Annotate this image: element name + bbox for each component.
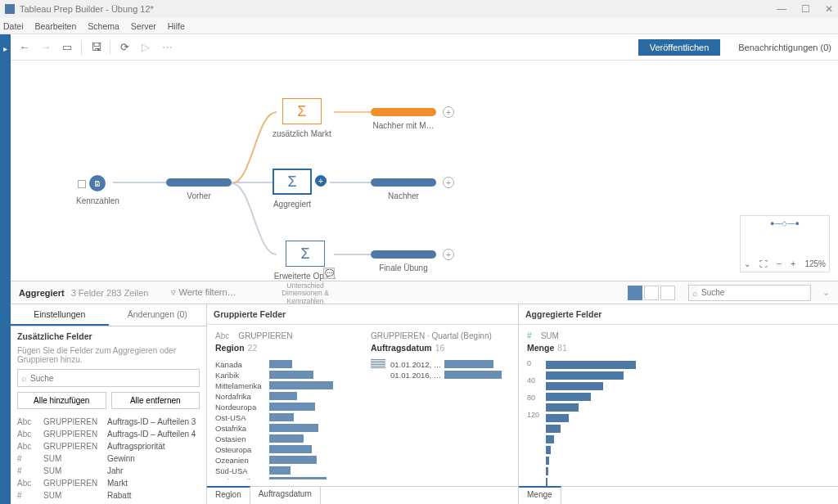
left-ribbon[interactable]: ▸ xyxy=(0,34,11,504)
card-auftragsdatum[interactable]: GRUPPIEREN · Quartal (Beginn) Auftragsda… xyxy=(371,331,510,479)
menu-file[interactable]: Datei xyxy=(3,21,24,31)
node-zusatz-markt[interactable]: Σ zusätzlich Markt xyxy=(273,98,331,138)
zoom-out-icon[interactable]: − xyxy=(777,259,782,268)
field-row[interactable]: AbcGRUPPIERENAuftrags-ID – Aufteilen 4 xyxy=(17,428,200,440)
field-row[interactable]: AbcGRUPPIERENMarkt xyxy=(17,477,200,489)
minimize-icon[interactable]: — xyxy=(777,3,786,15)
node-kennzahlen[interactable]: 🗎 Kennzahlen xyxy=(76,175,119,205)
region-row[interactable]: Ostafrika xyxy=(215,423,354,433)
panel-settings: Einstellungen Änderungen (0) Zusätzliche… xyxy=(11,304,207,504)
forward-icon[interactable]: → xyxy=(38,40,53,55)
presentation-icon[interactable]: ▭ xyxy=(60,40,74,55)
tab-changes[interactable]: Änderungen (0) xyxy=(109,304,207,326)
app-logo xyxy=(5,4,15,14)
close-icon[interactable]: ✕ xyxy=(825,3,833,15)
flow-canvas[interactable]: 🗎 Kennzahlen Vorher Σ zusätzlich Markt N… xyxy=(11,61,838,281)
add-step-icon-3[interactable]: + xyxy=(443,249,454,260)
add-step-active-icon[interactable]: + xyxy=(315,175,327,187)
titlebar: Tableau Prep Builder - Übung 12* — ☐ ✕ xyxy=(0,0,838,18)
view-grid-icon[interactable] xyxy=(644,286,659,300)
minimap[interactable]: ●—◇—● ⌄ ⛶ − + 125% xyxy=(740,215,830,272)
search-icon: ⌕ xyxy=(21,373,27,383)
date-row[interactable]: 01.01.2016, 0… xyxy=(390,370,510,380)
zoom-in-icon[interactable]: + xyxy=(791,259,795,268)
region-row[interactable]: Osteuropa xyxy=(215,444,354,454)
add-step-icon-2[interactable]: + xyxy=(443,177,454,188)
field-row[interactable]: #SUMGewinn xyxy=(17,452,200,465)
region-row[interactable]: Mittelamerika xyxy=(215,380,354,390)
add-all-button[interactable]: Alle hinzufügen xyxy=(17,392,106,409)
ribbon-chevron-icon[interactable]: ▸ xyxy=(3,44,7,504)
field-row[interactable]: AbcGRUPPIERENAuftrags-ID – Aufteilen 3 xyxy=(17,416,200,428)
remove-all-button[interactable]: Alle entfernen xyxy=(111,392,200,409)
field-row[interactable]: #SUMJahr xyxy=(17,465,200,477)
field-row[interactable]: AbcGRUPPIERENAuftragspriorität xyxy=(17,440,200,452)
profile-search[interactable] xyxy=(698,286,809,300)
step-name: Aggregiert xyxy=(19,288,65,298)
tab-settings[interactable]: Einstellungen xyxy=(11,304,109,326)
view-card-icon[interactable] xyxy=(628,286,642,300)
field-search-input[interactable] xyxy=(30,374,196,383)
step-meta: 3 Felder 283 Zeilen xyxy=(71,288,149,298)
node-nachher[interactable]: Nachher xyxy=(371,178,436,200)
date-row[interactable]: 01.01.2012, 0… xyxy=(390,359,510,369)
field-row[interactable]: #SUMRabatt xyxy=(17,489,200,502)
maximize-icon[interactable]: ☐ xyxy=(801,3,810,15)
section-additional-fields: Zusätzliche Felder xyxy=(11,326,206,346)
agg-drop-row: Menge xyxy=(519,486,838,504)
region-row[interactable]: Kanada xyxy=(215,359,354,369)
filter-icon[interactable]: ▿ Werte filtern… xyxy=(171,287,236,298)
region-row[interactable]: Ostasien xyxy=(215,434,354,443)
datasource-icon: 🗎 xyxy=(89,175,106,191)
node-finale[interactable]: Finale Übung xyxy=(371,250,436,272)
chip-auftragsdatum[interactable]: Auftragsdatum xyxy=(250,487,321,504)
dropdown-icon[interactable]: ⌄ xyxy=(822,287,830,298)
region-row[interactable]: Karibik xyxy=(215,370,354,380)
window-title: Tableau Prep Builder - Übung 12* xyxy=(20,4,154,14)
card-menge[interactable]: # SUM Menge81 04080120 xyxy=(527,331,707,479)
card-region[interactable]: Abc GRUPPIEREN Region22 KanadaKaribikMit… xyxy=(215,331,354,479)
grouped-header: Gruppierte Felder xyxy=(207,304,518,325)
add-step-icon[interactable]: + xyxy=(443,106,454,118)
panel-grouped: Gruppierte Felder Abc GRUPPIEREN Region2… xyxy=(207,304,519,504)
view-list-icon[interactable] xyxy=(660,286,675,300)
region-row[interactable]: Nordeuropa xyxy=(215,402,354,412)
node-nachher-m[interactable]: Nachher mit M… xyxy=(371,108,436,130)
node-aggregiert[interactable]: Σ Aggregiert xyxy=(273,169,312,209)
field-search: ⌕ xyxy=(17,369,200,387)
menu-help[interactable]: Hilfe xyxy=(168,21,185,31)
zoom-level: 125% xyxy=(804,259,826,268)
region-row[interactable]: Südamerika xyxy=(215,476,354,479)
chip-menge[interactable]: Menge xyxy=(519,486,561,504)
menu-edit[interactable]: Bearbeiten xyxy=(35,21,77,31)
node-vorher[interactable]: Vorher xyxy=(166,178,232,200)
notifications[interactable]: Benachrichtigungen (0) xyxy=(738,43,831,52)
menu-server[interactable]: Server xyxy=(131,21,156,31)
comment-icon[interactable]: 💬 xyxy=(323,268,335,279)
publish-button[interactable]: Veröffentlichen xyxy=(638,39,721,56)
aggregate-icon: Σ xyxy=(286,241,325,267)
save-icon[interactable]: 🖫 xyxy=(88,40,103,55)
region-row[interactable]: Nordafrika xyxy=(215,391,354,401)
panel-aggregated: Aggregierte Felder # SUM Menge81 0408012… xyxy=(519,304,838,504)
grouped-drop-row: Region Auftragsdatum xyxy=(207,486,518,504)
minimap-chevron-icon[interactable]: ⌄ xyxy=(744,259,750,268)
run-menu-icon[interactable]: ⋯ xyxy=(160,40,174,55)
aggregate-selected-icon: Σ xyxy=(273,169,312,195)
run-icon[interactable]: ▷ xyxy=(138,40,153,55)
fit-icon[interactable]: ⛶ xyxy=(759,259,768,268)
menubar: Datei Bearbeiten Schema Server Hilfe xyxy=(0,18,838,34)
chip-region[interactable]: Region xyxy=(207,486,250,504)
search-icon: ⌕ xyxy=(692,288,698,298)
aggregated-header: Aggregierte Felder xyxy=(519,304,838,325)
region-row[interactable]: Ost-USA xyxy=(215,412,354,422)
status-bar: Aggregiert 3 Felder 283 Zeilen ▿ Werte f… xyxy=(11,281,838,304)
field-list: AbcGRUPPIERENAuftrags-ID – Aufteilen 3Ab… xyxy=(11,416,206,504)
region-row[interactable]: Ozeanien xyxy=(215,455,354,465)
toolbar: ← → ▭ 🖫 ⟳ ▷ ⋯ Veröffentlichen Benachrich… xyxy=(11,34,838,61)
menu-schema[interactable]: Schema xyxy=(88,21,119,31)
aggregate-orange-icon: Σ xyxy=(282,98,322,124)
refresh-icon[interactable]: ⟳ xyxy=(117,40,132,55)
back-icon[interactable]: ← xyxy=(17,40,32,55)
region-row[interactable]: Süd-USA xyxy=(215,466,354,475)
